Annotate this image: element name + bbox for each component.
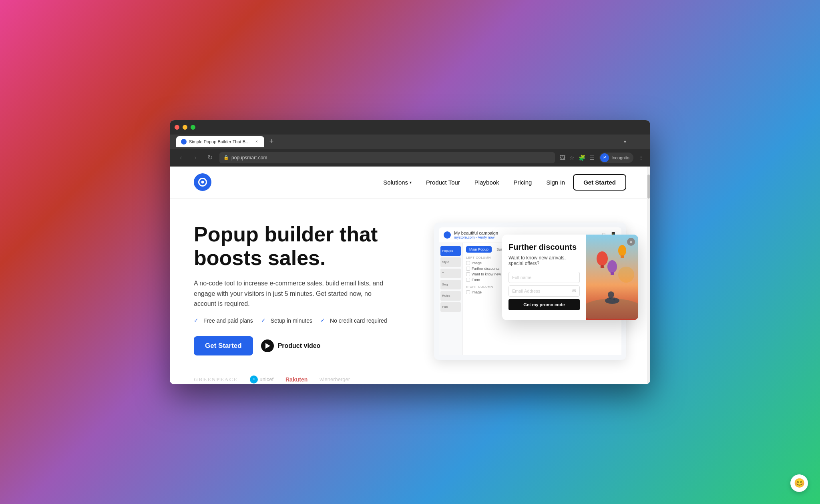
logo[interactable] [194,173,211,191]
email-icon: ✉ [572,288,576,294]
popup-fullname-input[interactable]: Full name [508,272,580,283]
extensions-icon[interactable]: 🧩 [579,155,585,161]
ss-checkbox-form[interactable] [466,278,470,282]
ss-checkbox-arrivals[interactable] [466,272,470,276]
svg-point-12 [618,267,634,283]
maximize-window-button[interactable] [191,125,195,130]
badge-no-credit: ✓ No credit card required [320,317,387,324]
ss-checkbox-image[interactable] [466,261,470,265]
check-icon-1: ✓ [194,317,201,324]
nav-pricing[interactable]: Pricing [514,179,532,186]
page-content: Solutions ▾ Product Tour Playbook Pricin… [170,167,650,384]
url-text: popupsmart.com [231,155,551,161]
site-nav: Solutions ▾ Product Tour Playbook Pricin… [170,167,650,199]
minimize-window-button[interactable] [183,125,187,130]
hero-title: Popup builder that boosts sales. [194,223,418,271]
play-icon [261,339,274,352]
screenshot-sidebar: Popups Style T Seg Rules Pub [439,243,463,355]
back-button[interactable]: ‹ [176,153,186,163]
tab-bar: Simple Popup Builder That Bo... × + ▾ [170,135,650,149]
hero-description: A no-code tool to increase e-commerce sa… [194,278,394,309]
popup-overlay: Further discounts Want to know new arriv… [502,235,638,320]
toolbar-icons: 🖼 ☆ 🧩 ☰ [560,155,595,161]
reader-icon[interactable]: ☰ [589,155,595,161]
tab-close-icon[interactable]: × [254,139,259,145]
sidebar-style[interactable]: Style [440,257,461,267]
nav-playbook[interactable]: Playbook [474,179,499,186]
unicef-logo: U unicef [250,375,273,384]
sidebar-segments[interactable]: Seg [440,280,461,289]
svg-point-10 [605,297,619,304]
ss-checkbox-right-image[interactable] [466,290,470,294]
sidebar-publish[interactable]: Pub [440,302,461,312]
popup-image-svg [586,235,638,319]
rakuten-logo: Rakuten [285,376,308,383]
hero-section: Popup builder that boosts sales. A no-co… [170,199,650,384]
profile-area[interactable]: P Incognito [599,153,633,163]
new-tab-button[interactable]: + [266,136,277,147]
sidebar-rules[interactable]: Rules [440,291,461,301]
tab-title: Simple Popup Builder That Bo... [189,139,251,144]
svg-point-11 [608,291,614,298]
badge-setup: ✓ Setup in minutes [261,317,312,324]
unicef-circle: U [250,375,258,384]
svg-rect-7 [621,255,624,258]
solutions-chevron-icon: ▾ [410,180,412,185]
address-bar: ‹ › ↻ 🔒 popupsmart.com 🖼 ☆ 🧩 ☰ P Incogni… [170,149,650,167]
tab-list-chevron-icon[interactable]: ▾ [624,139,626,145]
title-bar [170,120,650,135]
refresh-button[interactable]: ↻ [205,153,215,163]
nav-solutions[interactable]: Solutions ▾ [383,179,412,186]
nav-signin[interactable]: Sign In [546,179,565,186]
hero-badges: ✓ Free and paid plans ✓ Setup in minutes… [194,317,418,324]
popup-title: Further discounts [508,243,580,252]
svg-rect-9 [611,272,614,275]
profile-avatar: P [600,153,609,162]
screenshot-logo [444,231,451,239]
nav-links: Solutions ▾ Product Tour Playbook Pricin… [383,179,532,186]
svg-rect-3 [601,265,604,268]
url-bar[interactable]: 🔒 popupsmart.com [219,152,555,163]
sidebar-T[interactable]: T [440,269,461,278]
scrollbar-thumb[interactable] [647,175,650,199]
logo-dot [201,181,204,184]
lock-icon: 🔒 [223,155,229,160]
greenpeace-logo: Greenpeace [194,376,238,383]
svg-point-6 [618,245,626,256]
close-window-button[interactable] [175,125,179,130]
hero-left: Popup builder that boosts sales. A no-co… [194,223,418,384]
popup-submit-button[interactable]: Get my promo code [508,299,580,310]
sidebar-popups[interactable]: Popups [440,246,461,256]
ss-tab-main[interactable]: Main Popup [466,246,492,253]
screenshot-campaign: My beautiful campaign mystore.com - Veri… [454,231,498,239]
browser-tab[interactable]: Simple Popup Builder That Bo... × [176,136,264,147]
profile-label: Incognito [611,155,629,160]
play-triangle [265,343,270,349]
hero-right: My beautiful campaign mystore.com - Veri… [434,223,626,360]
nav-product-tour[interactable]: Product Tour [426,179,460,186]
check-icon-3: ✓ [320,317,328,324]
popup-email-input[interactable]: Email Address ✉ [508,285,580,297]
image-off-icon[interactable]: 🖼 [560,155,565,161]
browser-window: Simple Popup Builder That Bo... × + ▾ ‹ … [170,120,650,384]
hero-get-started-button[interactable]: Get Started [194,336,253,355]
logo-inner [198,178,207,187]
popup-left: Further discounts Want to know new arriv… [502,235,586,320]
nav-cta-button[interactable]: Get Started [573,174,626,191]
star-icon[interactable]: ☆ [569,155,575,161]
ss-checkbox-discounts[interactable] [466,267,470,271]
check-icon-2: ✓ [261,317,268,324]
popup-subtitle: Want to know new arrivals, special offer… [508,255,580,266]
menu-icon[interactable]: ⋮ [638,155,644,161]
svg-point-8 [607,260,617,273]
forward-button[interactable]: › [191,153,200,163]
tab-favicon [181,139,187,145]
popup-image [586,235,638,320]
svg-point-2 [597,251,608,266]
hero-actions: Get Started Product video [194,336,418,355]
wienerberger-logo: wienerberger [320,376,350,382]
popup-close-button[interactable]: × [627,238,635,246]
hero-product-video-button[interactable]: Product video [261,339,321,352]
scrollbar[interactable] [647,167,650,384]
client-logos: Greenpeace U unicef Rakuten wienerberger [194,375,418,384]
